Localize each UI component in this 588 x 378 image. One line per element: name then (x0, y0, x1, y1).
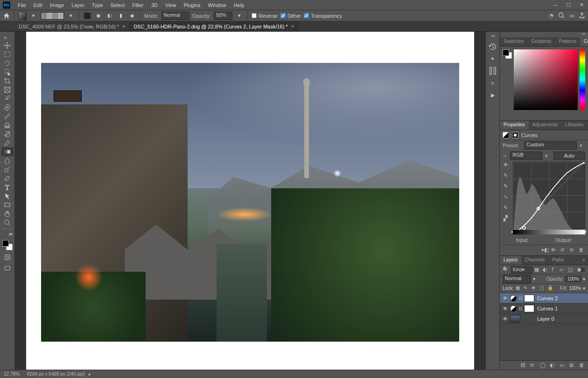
tab-paths[interactable]: Paths (548, 256, 568, 265)
tab-swatches[interactable]: Swatches (500, 37, 527, 46)
foreground-color-swatch[interactable] (2, 240, 9, 247)
curves-graph[interactable] (513, 162, 585, 229)
canvas-area[interactable] (15, 32, 485, 370)
swap-colors-icon[interactable]: ⇄ (2, 232, 13, 236)
layer-mask-thumbnail[interactable] (524, 295, 534, 302)
tab-libraries[interactable]: Libraries (562, 121, 587, 130)
brush-tool[interactable] (1, 112, 14, 121)
panel-menu-icon[interactable]: ≡ (580, 256, 588, 265)
layer-thumbnail[interactable] (510, 315, 520, 323)
smartobject-filter-icon[interactable]: ◫ (568, 267, 574, 273)
opacity-chevron-icon[interactable]: ▾ (235, 12, 244, 20)
adjustment-thumbnail[interactable] (510, 305, 517, 312)
type-filter-icon[interactable]: T (551, 267, 558, 273)
fill-input[interactable]: 100% (569, 286, 581, 291)
color-panel-fgbg[interactable] (503, 49, 512, 59)
fx-icon[interactable]: fx (530, 362, 536, 368)
menu-window[interactable]: Window (204, 1, 230, 9)
reverse-checkbox[interactable]: Reverse (252, 13, 278, 19)
gradient-reflected-icon[interactable]: ▮ (117, 12, 125, 20)
tab-patterns[interactable]: Patterns (555, 37, 580, 46)
dither-checkbox[interactable]: Dither (280, 13, 301, 19)
mask-link-icon[interactable]: ⛓ (518, 296, 522, 301)
share-icon[interactable] (579, 12, 585, 20)
tool-preset-chevron-icon[interactable]: ▾ (29, 12, 38, 20)
document-tab[interactable]: DSC_5160-HDR-Pano-2.dng @ 22,8% (Curves … (130, 21, 298, 31)
crop-tool[interactable] (1, 76, 14, 85)
visibility-toggle-icon[interactable]: 👁 (502, 316, 508, 322)
menu-plugins[interactable]: Plugins (180, 1, 204, 9)
transparency-checkbox[interactable]: Transparency (304, 13, 342, 19)
mask-icon[interactable] (512, 132, 518, 138)
hand-tool[interactable] (1, 209, 14, 218)
window-close-button[interactable]: ✕ (575, 0, 588, 10)
search-icon[interactable] (558, 12, 565, 20)
new-adjustment-icon[interactable]: ◐ (550, 362, 556, 368)
layer-name[interactable]: Layer 0 (522, 316, 586, 322)
gradient-tool-preview[interactable] (18, 12, 27, 20)
eyedropper-gray-icon[interactable]: ✎ (504, 183, 511, 190)
layer-row[interactable]: 👁 Layer 0 (500, 314, 588, 324)
menu-image[interactable]: Image (46, 1, 68, 9)
gradient-picker-chevron-icon[interactable]: ▾ (67, 12, 75, 20)
eyedropper-white-icon[interactable]: ✎ (504, 172, 511, 179)
search-icon[interactable]: 🔍 (503, 267, 509, 273)
image-filter-icon[interactable]: ▦ (534, 267, 541, 273)
preset-dropdown[interactable]: Custom (524, 141, 577, 150)
menu-select[interactable]: Select (107, 1, 129, 9)
close-tab-icon[interactable]: ✕ (291, 24, 294, 29)
menu-help[interactable]: Help (230, 1, 248, 9)
menu-filter[interactable]: Filter (128, 1, 147, 9)
tab-channels[interactable]: Channels (521, 256, 548, 265)
auto-button[interactable]: Auto (553, 151, 586, 160)
tab-layers[interactable]: Layers (500, 256, 521, 265)
eyedropper-sample-icon[interactable]: ✜ (504, 162, 511, 169)
screen-mode-button[interactable] (1, 264, 14, 273)
gradient-radial-icon[interactable]: ◉ (94, 12, 103, 20)
layer-row[interactable]: 👁 ⛓ Curves 2 (500, 293, 588, 303)
layer-name[interactable]: Curves 1 (536, 306, 586, 311)
target-adjust-icon[interactable]: ☞ (503, 153, 507, 159)
menu-3d[interactable]: 3D (147, 1, 161, 9)
toggle-visibility-icon[interactable]: 👁 (551, 247, 557, 254)
menu-edit[interactable]: Edit (30, 1, 46, 9)
toolbox-divider[interactable] (3, 229, 12, 231)
layer-blend-mode-dropdown[interactable]: Normal (503, 275, 531, 283)
lock-artboard-icon[interactable]: ▢ (539, 285, 546, 291)
tab-properties[interactable]: Properties (500, 121, 529, 130)
tab-gradients[interactable]: Gradients (527, 37, 555, 46)
actions-icon[interactable]: ✦ (488, 54, 497, 63)
menu-type[interactable]: Type (88, 1, 107, 9)
reset-previous-icon[interactable]: ↺ (560, 247, 567, 254)
quick-mask-toggle[interactable] (1, 253, 14, 261)
visibility-toggle-icon[interactable]: 👁 (502, 296, 508, 301)
trash-icon[interactable]: 🗑 (579, 247, 585, 254)
clip-to-layer-icon[interactable]: ▾◧ (541, 247, 548, 254)
history-icon[interactable] (488, 42, 497, 51)
visibility-toggle-icon[interactable]: 👁 (502, 306, 508, 311)
toolbox-expand-handle[interactable]: » (4, 34, 11, 41)
menu-file[interactable]: File (14, 1, 30, 9)
dodge-tool[interactable] (1, 165, 14, 174)
layer-mask-thumbnail[interactable] (524, 305, 534, 312)
document-info[interactable]: 8204 px x 5469 px (240 ppi) (27, 371, 85, 377)
menu-layer[interactable]: Layer (68, 1, 88, 9)
curves-input-ramp[interactable]: ▴ ▴ (513, 230, 585, 234)
delete-layer-icon[interactable]: 🗑 (579, 362, 585, 368)
lock-all-icon[interactable]: 🔒 (547, 285, 553, 291)
layer-row[interactable]: 👁 ⛓ Curves 1 (500, 303, 588, 314)
workspace-icon[interactable]: ▭ (569, 13, 574, 19)
gradient-diamond-icon[interactable]: ◆ (128, 12, 136, 20)
filter-kind-dropdown[interactable]: Kind ▾ (511, 266, 532, 274)
adjustment-thumbnail[interactable] (510, 295, 517, 302)
panel-expand-handle[interactable]: ◂◂ (491, 34, 495, 39)
gradient-preset-swatch[interactable] (41, 12, 64, 20)
hue-slider[interactable] (580, 49, 585, 110)
chevron-right-icon[interactable]: ▸ (89, 371, 91, 377)
close-tab-icon[interactable]: ✕ (122, 24, 126, 29)
chevron-down-icon[interactable]: ▾ (583, 286, 585, 291)
chevron-down-icon[interactable]: ▾ (545, 153, 551, 159)
gradient-linear-icon[interactable] (83, 12, 91, 20)
lasso-tool[interactable] (1, 59, 14, 68)
chevron-down-icon[interactable]: ▾ (580, 143, 585, 149)
